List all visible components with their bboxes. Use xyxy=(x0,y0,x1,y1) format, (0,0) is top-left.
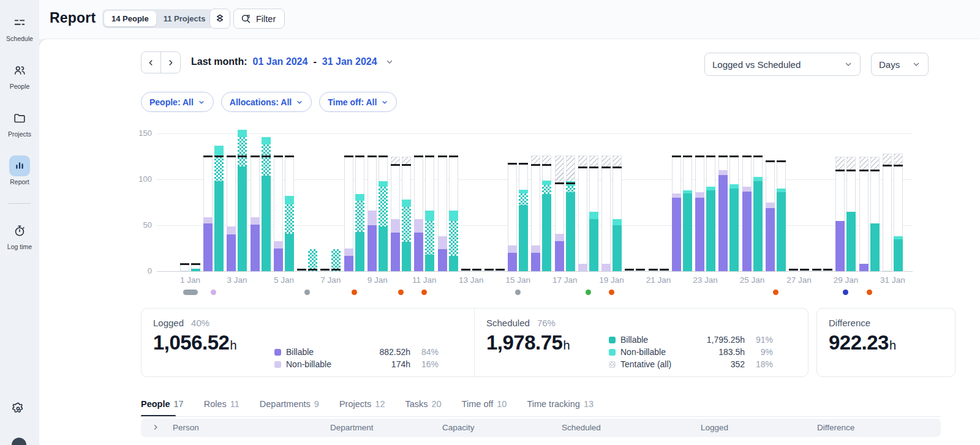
group-by-button[interactable] xyxy=(209,9,230,29)
capacity-cap-line xyxy=(519,163,528,165)
logged-billable-bar xyxy=(203,223,213,271)
toggle-people[interactable]: 14 People xyxy=(104,11,156,26)
filter-allocations[interactable]: Allocations: All xyxy=(221,92,312,112)
sidebar-item-label: Report xyxy=(0,178,39,185)
scheduled-billable-bar xyxy=(612,225,622,271)
prev-period-button[interactable] xyxy=(141,51,161,73)
time-off-hatch xyxy=(566,155,575,183)
scheduled-non-billable-bar xyxy=(355,194,364,201)
view-mode-select[interactable]: Logged vs Scheduled xyxy=(704,53,861,76)
people-projects-toggle: 14 People 11 Projects xyxy=(102,9,214,28)
column-logged[interactable]: Logged xyxy=(701,423,728,432)
logged-billable-bar xyxy=(227,234,236,271)
capacity-cap-line xyxy=(800,269,809,271)
scheduled-billable-bar xyxy=(262,176,271,271)
column-scheduled[interactable]: Scheduled xyxy=(562,423,601,432)
capacity-cap-line xyxy=(191,263,200,265)
scheduled-billable-bar xyxy=(449,256,458,272)
user-avatar[interactable] xyxy=(12,438,26,445)
tab-departments[interactable]: Departments9 xyxy=(260,399,319,409)
scheduled-non-billable-bar xyxy=(379,181,388,187)
capacity-cap-line xyxy=(425,155,434,157)
scheduled-label: Scheduled xyxy=(486,318,530,328)
toggle-projects[interactable]: 11 Projects xyxy=(156,11,213,26)
tabs-divider xyxy=(141,416,941,417)
report-tabs: People17 Roles11 Departments9 Projects12… xyxy=(141,395,594,413)
next-period-button[interactable] xyxy=(160,51,181,73)
filter-allocations-label: Allocations: All xyxy=(230,97,292,107)
chevron-down-icon[interactable] xyxy=(385,58,394,66)
sidebar-item-label: Schedule xyxy=(0,35,39,42)
logged-non-billable-bar xyxy=(695,192,704,198)
period-label: Last month: xyxy=(191,56,247,67)
column-person[interactable]: Person xyxy=(173,423,199,432)
capacity-outline xyxy=(859,170,869,271)
timeoff-marker-pill xyxy=(183,290,198,295)
sidebar-item-schedule[interactable]: Schedule xyxy=(0,12,39,42)
logged-non-billable-bar xyxy=(742,187,752,192)
capacity-cap-line xyxy=(636,269,645,271)
scheduled-tentative-bar xyxy=(519,193,528,206)
tab-time-off[interactable]: Time off10 xyxy=(462,399,507,409)
green-milestone-dot xyxy=(586,290,591,295)
scheduled-summary: Scheduled 76% 1,978.75h Billable 1,795.2… xyxy=(475,309,809,376)
logged-billable-bar xyxy=(766,208,775,272)
x-axis-label: 27 Jan xyxy=(782,275,816,285)
tab-time-tracking[interactable]: Time tracking13 xyxy=(527,399,594,409)
scheduled-tentative-bar xyxy=(379,187,388,226)
capacity-cap-line xyxy=(695,155,704,157)
sidebar-item-log-time[interactable]: Log time xyxy=(0,220,39,250)
time-off-hatch xyxy=(589,155,598,168)
orange-milestone-dot xyxy=(352,290,357,295)
capacity-cap-line xyxy=(578,166,587,168)
logged-billable-bar xyxy=(859,264,869,271)
x-axis-label: 21 Jan xyxy=(641,275,676,285)
people-icon xyxy=(9,60,30,81)
difference-label: Difference xyxy=(829,318,870,328)
x-axis-label: 25 Jan xyxy=(735,275,769,285)
expand-all-chevron-icon[interactable] xyxy=(152,424,159,431)
sidebar-item-people[interactable]: People xyxy=(0,60,39,90)
scheduled-tentative-bar xyxy=(214,157,224,182)
filter-people[interactable]: People: All xyxy=(141,92,214,112)
time-off-hatch xyxy=(846,157,856,171)
capacity-cap-line xyxy=(589,166,598,168)
scheduled-billable-bar xyxy=(753,181,763,271)
x-axis-label: 3 Jan xyxy=(220,275,254,285)
capacity-cap-line xyxy=(894,165,903,166)
filter-time-off[interactable]: Time off: All xyxy=(319,92,397,112)
column-capacity[interactable]: Capacity xyxy=(442,423,475,432)
capacity-cap-line xyxy=(214,155,224,157)
sidebar-item-projects[interactable]: Projects xyxy=(0,108,39,138)
tab-tasks[interactable]: Tasks20 xyxy=(405,399,441,409)
tab-roles[interactable]: Roles11 xyxy=(204,399,239,409)
time-off-hatch xyxy=(883,154,892,166)
chevron-down-icon xyxy=(198,99,205,106)
filter-button[interactable]: Filter xyxy=(233,9,285,29)
tab-people[interactable]: People17 xyxy=(141,399,184,409)
column-department[interactable]: Department xyxy=(330,423,374,432)
x-axis-label: 1 Jan xyxy=(173,275,208,285)
sidebar-item-label: Log time xyxy=(0,243,39,250)
time-off-hatch xyxy=(612,155,622,168)
tab-projects[interactable]: Projects12 xyxy=(339,399,385,409)
filter-time-off-label: Time off: All xyxy=(328,97,377,107)
logged-non-billable-bar xyxy=(414,219,423,233)
capacity-cap-line xyxy=(472,269,481,271)
unit-select[interactable]: Days xyxy=(871,53,929,76)
column-difference[interactable]: Difference xyxy=(817,423,854,432)
period-start-date[interactable]: 01 Jan 2024 xyxy=(253,56,308,67)
period-end-date[interactable]: 31 Jan 2024 xyxy=(322,56,377,67)
logged-billable-bar xyxy=(835,221,845,272)
capacity-cap-line xyxy=(461,269,470,271)
scheduled-tentative-bar xyxy=(285,204,294,234)
non-billable-swatch xyxy=(609,349,616,356)
scheduled-billable-bar xyxy=(238,166,247,271)
capacity-cap-line xyxy=(355,155,364,157)
sidebar-item-report[interactable]: Report xyxy=(0,155,39,185)
capacity-cap-line xyxy=(823,269,832,271)
time-off-hatch xyxy=(578,155,587,168)
scheduled-non-billable-bar xyxy=(683,190,692,193)
settings-gear-icon[interactable] xyxy=(11,402,25,416)
time-off-hatch xyxy=(870,157,880,171)
